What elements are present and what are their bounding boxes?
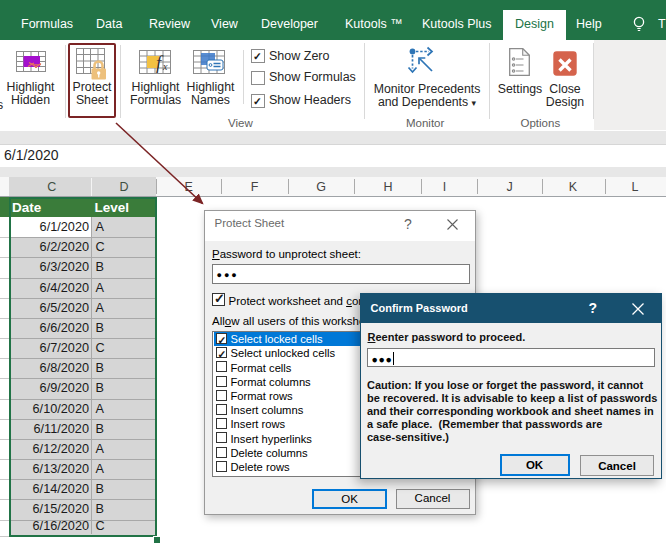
svg-text:x: x bbox=[162, 61, 168, 72]
